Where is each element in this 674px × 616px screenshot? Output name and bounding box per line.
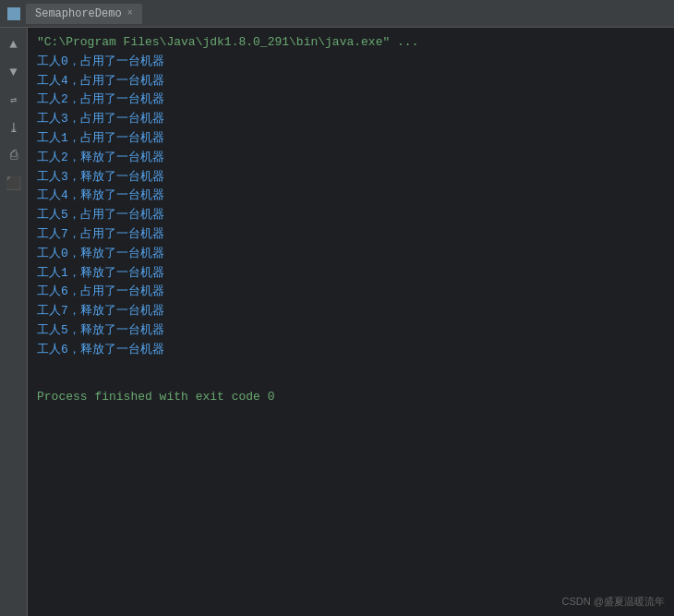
console-output[interactable]: "C:\Program Files\Java\jdk1.8.0_291\bin\… xyxy=(28,28,674,616)
wrap-button[interactable]: ⇌ xyxy=(5,91,23,109)
console-line: 工人2，释放了一台机器 xyxy=(37,149,665,168)
window: SemaphoreDemo × ▲ ▼ ⇌ ⤓ ⎙ ⬛ "C:\Program … xyxy=(0,0,674,616)
console-line: 工人1，占用了一台机器 xyxy=(37,129,665,149)
console-line: 工人0，释放了一台机器 xyxy=(37,245,665,264)
console-line: 工人5，释放了一台机器 xyxy=(37,321,665,341)
console-line: 工人7，占用了一台机器 xyxy=(37,225,665,245)
title-bar: SemaphoreDemo × xyxy=(0,0,674,28)
scroll-end-button[interactable]: ⤓ xyxy=(5,118,23,137)
blank-line xyxy=(37,369,665,389)
console-line: 工人3，占用了一台机器 xyxy=(37,110,665,129)
console-line: 工人0，占用了一台机器 xyxy=(37,53,665,72)
scroll-up-button[interactable]: ▲ xyxy=(5,35,23,54)
console-line: 工人5，占用了一台机器 xyxy=(37,206,665,225)
main-area: ▲ ▼ ⇌ ⤓ ⎙ ⬛ "C:\Program Files\Java\jdk1.… xyxy=(0,28,674,616)
window-icon xyxy=(7,7,20,20)
console-line: 工人4，释放了一台机器 xyxy=(37,187,665,206)
tab-label: SemaphoreDemo xyxy=(35,7,122,20)
console-line: 工人6，释放了一台机器 xyxy=(37,341,665,360)
sidebar: ▲ ▼ ⇌ ⤓ ⎙ ⬛ xyxy=(0,28,28,616)
tab-semaphore-demo[interactable]: SemaphoreDemo × xyxy=(26,4,142,24)
console-line: 工人7，释放了一台机器 xyxy=(37,302,665,321)
console-line: 工人6，占用了一台机器 xyxy=(37,283,665,302)
tab-close-button[interactable]: × xyxy=(127,8,133,18)
watermark: CSDN @盛夏温暖流年 xyxy=(562,595,665,609)
console-finished-line: Process finished with exit code 0 xyxy=(37,388,665,407)
console-path-line: "C:\Program Files\Java\jdk1.8.0_291\bin\… xyxy=(37,33,665,53)
svg-rect-0 xyxy=(9,9,18,18)
console-line: 工人2，占用了一台机器 xyxy=(37,91,665,110)
console-line: 工人3，释放了一台机器 xyxy=(37,168,665,187)
print-button[interactable]: ⎙ xyxy=(5,146,23,164)
console-line: 工人4，占用了一台机器 xyxy=(37,72,665,91)
console-line: 工人1，释放了一台机器 xyxy=(37,264,665,284)
console-lines-container: 工人0，占用了一台机器工人4，占用了一台机器工人2，占用了一台机器工人3，占用了… xyxy=(37,53,665,360)
clear-button[interactable]: ⬛ xyxy=(5,174,23,192)
scroll-down-button[interactable]: ▼ xyxy=(5,63,23,81)
